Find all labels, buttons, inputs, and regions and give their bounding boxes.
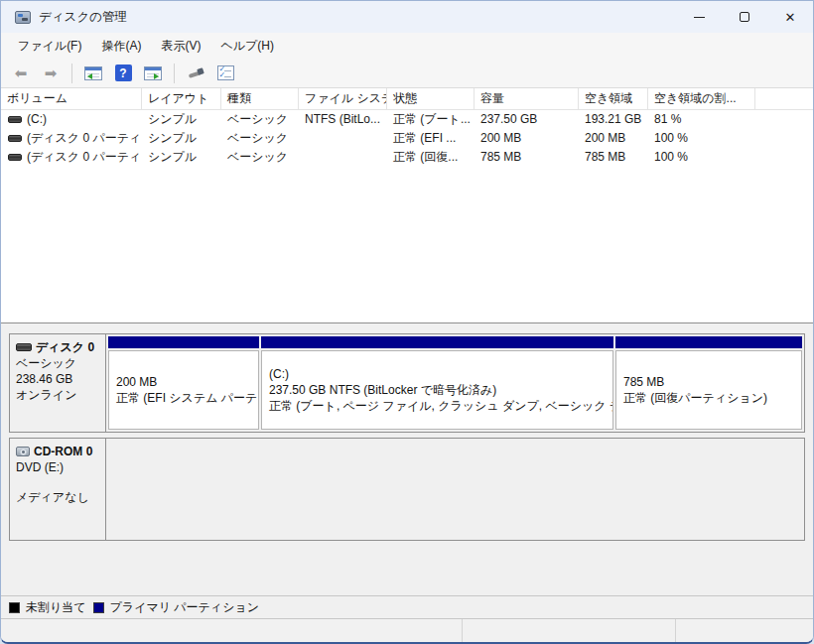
minimize-icon [694,17,705,18]
cdrom-drive-letter: DVD (E:) [16,459,99,475]
cell-free-pct: 100 % [648,148,755,167]
primary-partition-swatch-icon [93,602,104,613]
disk0-status: オンライン [16,387,99,403]
unallocated-swatch-icon [9,602,20,613]
minimize-button[interactable] [676,1,722,33]
cell-type: ベーシック [221,110,299,129]
menu-file[interactable]: ファイル(F) [9,34,90,59]
help-button[interactable]: ? [111,62,135,85]
cdrom-row: CD-ROM 0 DVD (E:) メディアなし [9,438,805,541]
col-capacity[interactable]: 容量 [475,88,579,110]
cdrom-name: CD-ROM 0 [34,444,92,459]
cell-status: 正常 (EFI ... [387,129,475,148]
cdrom-icon [16,447,30,456]
volume-table-header: ボリューム レイアウト 種類 ファイル システム 状態 容量 空き領域 空き領域… [1,88,813,110]
cell-filesystem [299,129,387,148]
cell-status: 正常 (回復... [387,148,475,167]
forward-button[interactable]: ➡ [39,62,63,85]
disk0-header[interactable]: ディスク 0 ベーシック 238.46 GB オンライン [10,334,106,432]
cell-free-pct: 81 % [648,110,755,129]
forward-arrow-icon: ➡ [45,65,58,80]
col-filesystem[interactable]: ファイル システム [299,88,387,110]
status-segment [463,619,676,642]
cell-type: ベーシック [221,129,299,148]
legend-primary-partition: プライマリ パーティション [93,599,259,616]
help-icon: ? [115,64,132,81]
cell-free-pct: 100 % [648,129,755,148]
menu-help[interactable]: ヘルプ(H) [211,34,283,59]
cdrom-header[interactable]: CD-ROM 0 DVD (E:) メディアなし [10,439,106,540]
primary-partition-strip [615,336,802,348]
back-arrow-icon: ⬅ [15,65,28,80]
col-layout[interactable]: レイアウト [142,88,221,110]
window-title: ディスクの管理 [39,9,127,26]
legend-unallocated: 未割り当て [9,599,86,616]
cell-layout: シンプル [142,110,221,129]
cdrom-media-status: メディアなし [16,489,99,505]
back-button[interactable]: ⬅ [9,62,33,85]
volume-list: ボリューム レイアウト 種類 ファイル システム 状態 容量 空き領域 空き領域… [1,88,813,322]
col-free-space[interactable]: 空き領域 [579,88,648,110]
disk0-size: 238.46 GB [16,371,99,387]
cell-free: 785 MB [579,148,648,167]
col-status[interactable]: 状態 [387,88,475,110]
checklist-button[interactable] [213,62,237,85]
action-pane-button[interactable] [141,62,165,85]
legend-label: プライマリ パーティション [110,599,259,616]
cell-capacity: 785 MB [475,148,579,167]
status-bar [1,618,813,642]
volume-icon [8,116,22,123]
cell-capacity: 200 MB [475,129,579,148]
status-segment [1,619,463,642]
legend-label: 未割り当て [26,599,86,616]
menu-action[interactable]: 操作(A) [92,34,150,59]
partition-status: 正常 (EFI システム パーティ [116,390,251,406]
table-row[interactable]: (ディスク 0 パーティシ... シンプル ベーシック 正常 (EFI ... … [1,129,813,148]
volume-icon [8,154,22,161]
maximize-button[interactable] [722,1,767,33]
cell-layout: シンプル [142,148,221,167]
col-volume[interactable]: ボリューム [1,88,142,110]
primary-partition-strip [108,336,259,348]
partition-recovery[interactable]: 785 MB 正常 (回復パーティション) [615,336,802,430]
cell-filesystem [299,148,387,167]
console-window-right-icon [144,66,162,80]
partition-c[interactable]: (C:) 237.50 GB NTFS (BitLocker で暗号化済み) 正… [261,336,613,430]
volume-icon [8,135,22,142]
disk-management-window: ディスクの管理 ✕ ファイル(F) 操作(A) 表示(V) ヘルプ(H) ⬅ ➡… [0,0,814,644]
tools-button[interactable] [184,62,207,85]
cell-volume: (C:) [27,110,47,129]
table-row[interactable]: (ディスク 0 パーティシ... シンプル ベーシック 正常 (回復... 78… [1,148,813,167]
tools-icon [188,65,204,81]
graphical-view: ディスク 0 ベーシック 238.46 GB オンライン 200 MB 正常 (… [1,327,813,595]
partition-efi[interactable]: 200 MB 正常 (EFI システム パーティ [108,336,259,430]
partition-size: 200 MB [116,374,251,390]
disk0-row: ディスク 0 ベーシック 238.46 GB オンライン 200 MB 正常 (… [9,333,805,433]
console-tree-button[interactable] [81,62,105,85]
cell-type: ベーシック [221,148,299,167]
cdrom-body[interactable] [106,439,804,540]
cell-free: 200 MB [579,129,648,148]
legend-bar: 未割り当て プライマリ パーティション [1,595,813,618]
menubar: ファイル(F) 操作(A) 表示(V) ヘルプ(H) [1,33,813,59]
partition-size: 785 MB [623,374,794,390]
status-segment [676,619,813,642]
menu-view[interactable]: 表示(V) [152,34,209,59]
toolbar-separator [174,64,175,83]
checklist-icon [217,65,234,80]
partition-status: 正常 (ブート, ページ ファイル, クラッシュ ダンプ, ベーシック データ … [269,398,606,414]
col-free-pct[interactable]: 空き領域の割... [648,88,755,110]
disk0-partitions: 200 MB 正常 (EFI システム パーティ (C:) 237.50 GB … [106,334,804,432]
partition-name: (C:) [269,366,606,382]
disk0-name: ディスク 0 [36,339,94,355]
table-row[interactable]: (C:) シンプル ベーシック NTFS (BitLo... 正常 (ブート..… [1,110,813,129]
disk-icon [16,343,32,351]
partition-status: 正常 (回復パーティション) [623,390,794,406]
col-empty [755,88,813,110]
close-button[interactable]: ✕ [767,1,813,33]
cell-layout: シンプル [142,129,221,148]
partition-size: 237.50 GB NTFS (BitLocker で暗号化済み) [269,382,606,398]
titlebar: ディスクの管理 ✕ [1,1,813,33]
disk0-type: ベーシック [16,355,99,371]
col-type[interactable]: 種類 [221,88,299,110]
